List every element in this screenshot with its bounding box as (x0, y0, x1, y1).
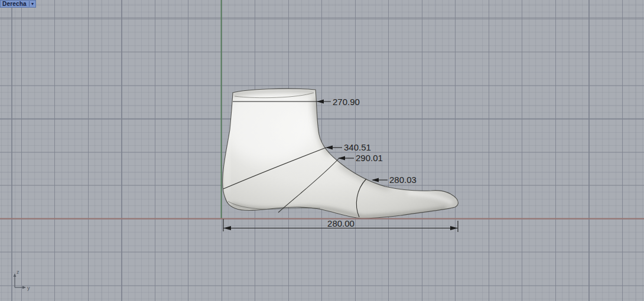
dimension-label: 270.90 (333, 97, 360, 107)
dimension-label: 280.00 (327, 218, 354, 228)
viewport-title[interactable]: Derecha (2, 1, 27, 8)
dimension-label: 280.03 (389, 175, 417, 185)
dimension-waist-girth[interactable]: 290.01 (338, 153, 383, 163)
dimension-label: 340.51 (344, 142, 371, 152)
axis-z-label: z (17, 269, 19, 275)
axis-y-label: y (27, 285, 30, 291)
arrowhead-icon (372, 178, 379, 182)
dimension-toe-girth[interactable]: 280.03 (372, 175, 417, 185)
tab-separator (29, 1, 30, 6)
arrowhead-icon (450, 226, 458, 230)
viewport-title-tab[interactable]: Derecha ▾ (0, 0, 36, 8)
dimension-label: 290.01 (356, 153, 383, 163)
arrowhead-icon (338, 156, 345, 161)
chevron-down-icon[interactable]: ▾ (31, 1, 34, 6)
arrowhead-icon (317, 100, 324, 104)
cplane-axis-icon: z y (14, 269, 30, 291)
arrowhead-icon (223, 226, 231, 230)
arrowhead-icon (326, 146, 333, 150)
dimension-overall-length[interactable]: 280.00 (223, 218, 458, 232)
viewport-canvas[interactable]: 270.90 340.51 290.01 280.03 280.00 (0, 0, 644, 301)
dimension-instep-girth[interactable]: 340.51 (326, 142, 371, 152)
viewport-drawing: 270.90 340.51 290.01 280.03 280.00 (0, 0, 644, 301)
